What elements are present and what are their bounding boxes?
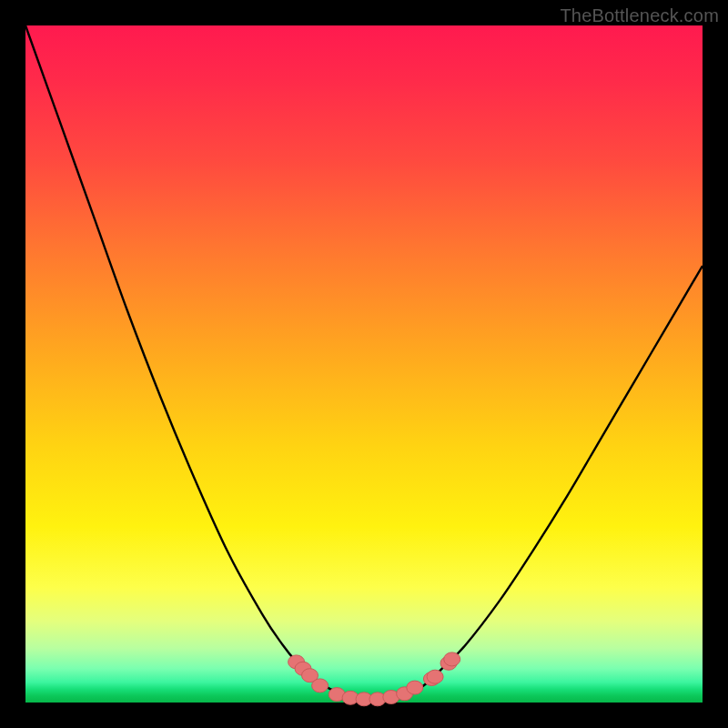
chart-overlay	[25, 25, 703, 703]
chart-frame: TheBottleneck.com	[0, 0, 728, 728]
curve-marker	[444, 652, 460, 666]
curve-marker	[312, 679, 329, 693]
bottleneck-curve	[25, 25, 703, 700]
plot-area	[25, 25, 703, 703]
watermark-text: TheBottleneck.com	[560, 5, 719, 26]
marker-group	[288, 652, 460, 706]
curve-marker	[427, 670, 443, 683]
curve-marker	[407, 681, 423, 694]
